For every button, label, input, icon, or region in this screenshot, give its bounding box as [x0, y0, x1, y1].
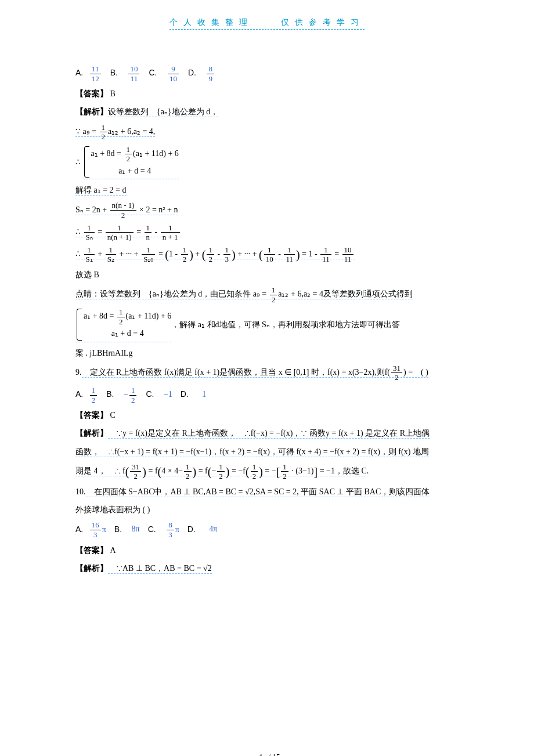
q8-answer: 【答案】 B: [75, 86, 459, 101]
step1-a: ∵ a₉ =: [75, 127, 99, 136]
q9-c-text: −1: [164, 390, 172, 399]
page-container: 个人收集整理 仅供参考学习 A. 1112 B. 1011 C. 910 D. …: [0, 0, 534, 756]
step5-a: ∴: [75, 227, 83, 236]
step6-a: ∴: [75, 249, 83, 258]
q9-stem: 9. 定义在 R上地奇函数 f(x)满足 f(x + 1)是偶函数，且当 x ∈…: [75, 364, 459, 382]
q8-note3: 案 . jLBHrnAILg: [75, 346, 459, 360]
q8-step5: ∴ 1Sₙ = 1n(n + 1) = 1n - 1n + 1: [75, 223, 459, 242]
step2-intro: ∴: [75, 155, 81, 169]
q10-choices: A. 163π B. 8π C. 83π D. 4π: [75, 520, 459, 539]
q9-ans-value: C: [110, 411, 116, 419]
q8-step6: ∴ 1S₁ + 1S₂ + ··· + 1S₁₀ = (1 - 12) + (1…: [75, 245, 459, 264]
choice-c-label: C.: [149, 68, 157, 77]
q10-b-label: B.: [114, 525, 122, 534]
choice-d-frac: 89: [207, 64, 214, 83]
note2-after: ，解得 a₁ 和d地值，可得 Sₙ，再利用裂项求和地方法即可得出答: [171, 317, 400, 332]
q8-step2: ∴ a₁ + 8d = 12(a₁ + 11d) + 6 a₁ + d = 4: [75, 145, 459, 179]
q9-b-frac: 12: [129, 386, 137, 404]
step2-1b: (a₁ + 11d) + 6: [133, 149, 179, 158]
answer-label: 【答案】: [75, 89, 108, 98]
q8-conclude: 故选 B: [75, 267, 459, 282]
choice-a-frac: 1112: [90, 64, 101, 83]
q10-stem: 10. 在四面体 S−ABC中，AB ⊥ BC,AB = BC = √2,SA …: [75, 484, 459, 499]
q9-number: 9.: [75, 368, 82, 377]
page-footer: - 4 - / 15: [0, 752, 534, 756]
q10-answer: 【答案】 A: [75, 543, 459, 558]
note-a: 点睛：设等差数列 {aₙ}地公差为 d，由已知条件 a₉ =: [75, 290, 269, 298]
q10-b-text: 8π: [132, 525, 140, 534]
q10-stem-text: 在四面体 S−ABC中，AB ⊥ BC,AB = BC = √2,SA = SC…: [86, 487, 430, 497]
q10-number: 10.: [75, 487, 86, 496]
q9-expl1-text: ∵y = f(x)是定义在 R上地奇函数， ∴f(−x) = −f(x)，∵ 函…: [108, 429, 430, 439]
q9-expl-3: 期是 4， ∴ f(312) = f(4 × 4−12) = f(−12) = …: [75, 462, 459, 481]
q9-expl-1: 【解析】 ∵y = f(x)是定义在 R上地奇函数， ∴f(−x) = −f(x…: [75, 426, 459, 440]
choice-a-label: A.: [75, 68, 83, 77]
q10-expl1-text: ∵AB ⊥ BC，AB = BC = √2: [108, 564, 212, 574]
q9-expl-label: 【解析】: [75, 429, 108, 437]
q10-expl-1: 【解析】 ∵AB ⊥ BC，AB = BC = √2: [75, 561, 459, 576]
q8-step4: Sₙ = 2n + n(n - 1)2 × 2 = n² + n: [75, 201, 459, 219]
q10-expl-label: 【解析】: [75, 564, 108, 573]
choice-b-frac: 1011: [128, 64, 139, 83]
q10-a-label: A.: [75, 525, 83, 534]
q8-expl-line1: 【解析】设等差数列 {aₙ}地公差为 d，: [75, 104, 459, 119]
q10-ans-label: 【答案】: [75, 546, 108, 555]
q8-note: 点睛：设等差数列 {aₙ}地公差为 d，由已知条件 a₉ = 12a₁₂ + 6…: [75, 285, 459, 304]
header-text: 个人收集整理 仅供参考学习: [169, 17, 365, 30]
q8-note2: a₁ + 8d = 12(a₁ + 11d) + 6 a₁ + d = 4 ，解…: [75, 308, 459, 342]
q9-expl-2: 函数， ∴f(−x + 1) = f(x + 1) = −f(x−1)，f(x …: [75, 444, 459, 459]
step2-1a: a₁ + 8d =: [91, 149, 124, 158]
choice-c-frac: 910: [168, 64, 179, 83]
page-header: 个人收集整理 仅供参考学习: [75, 17, 459, 30]
q10-c-label: C.: [148, 525, 156, 534]
choice-b-label: B.: [110, 68, 118, 77]
step4-a: Sₙ = 2n +: [75, 205, 109, 214]
step1-b: a₁₂ + 6,a₂ = 4,: [108, 127, 155, 136]
q9-d-text: 1: [202, 390, 206, 399]
choice-d-label: D.: [188, 68, 196, 77]
q9-a-label: A.: [75, 389, 83, 399]
step5-eq: =: [96, 227, 104, 236]
q9-stem-b: ) = ( ): [403, 368, 428, 377]
q10-d-label: D.: [187, 525, 196, 534]
answer-value: B: [110, 89, 116, 98]
q8-choices: A. 1112 B. 1011 C. 910 D. 89: [75, 64, 459, 83]
q10-ans-value: A: [110, 546, 116, 555]
q8-step1: ∵ a₉ = 12a₁₂ + 6,a₂ = 4,: [75, 123, 459, 142]
q8-step3: 解得 a₁ = 2 = d: [75, 183, 459, 197]
step4-b: × 2 = n² + n: [138, 205, 178, 214]
q9-ans-label: 【答案】: [75, 411, 108, 419]
step3-text: 解得 a₁ = 2 = d: [75, 186, 127, 196]
q9-c-label: C.: [146, 389, 154, 399]
q10-d-text: 4π: [209, 525, 217, 534]
q9-stem-a: 定义在 R上地奇函数 f(x)满足 f(x + 1)是偶函数，且当 x ∈ [0…: [82, 368, 390, 377]
q9-choices: A. 12 B. −12 C. −1 D. 1: [75, 386, 459, 404]
expl-label: 【解析】: [75, 107, 108, 116]
q10-stem2: 外接球地表面积为 ( ): [75, 502, 459, 517]
q9-b-label: B.: [106, 389, 114, 399]
q9-d-label: D.: [181, 389, 189, 399]
q9-a-frac: 12: [90, 386, 98, 404]
note-b: a₁₂ + 6,a₂ = 4及等差数列通项公式得到: [278, 290, 413, 298]
q9-answer: 【答案】 C: [75, 408, 459, 422]
step2-2: a₁ + d = 4: [91, 164, 179, 178]
expl-text1: 设等差数列 {aₙ}地公差为 d，: [108, 107, 218, 117]
